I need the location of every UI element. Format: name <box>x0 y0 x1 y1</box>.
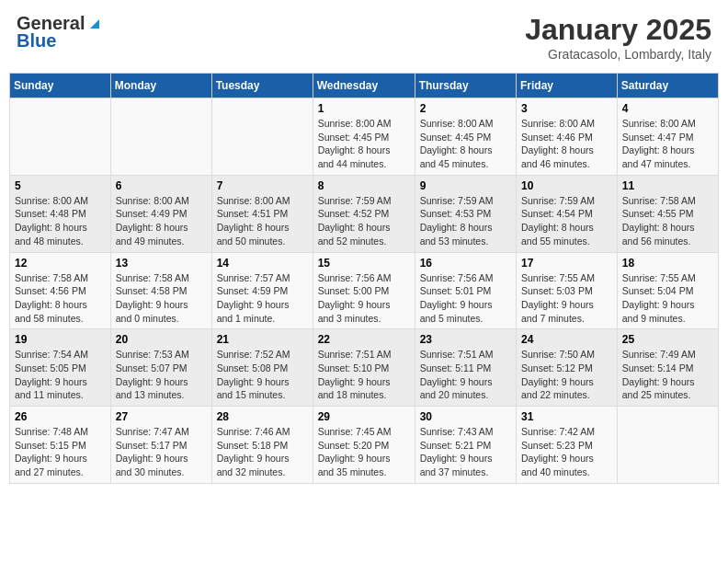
calendar-cell: 2Sunrise: 8:00 AM Sunset: 4:45 PM Daylig… <box>415 98 516 176</box>
weekday-header: Friday <box>517 74 618 98</box>
day-info: Sunrise: 8:00 AM Sunset: 4:46 PM Dayligh… <box>521 117 612 171</box>
day-info: Sunrise: 7:54 AM Sunset: 5:05 PM Dayligh… <box>15 348 106 402</box>
weekday-header: Monday <box>110 74 211 98</box>
day-info: Sunrise: 8:00 AM Sunset: 4:45 PM Dayligh… <box>318 117 410 171</box>
day-number: 15 <box>318 257 410 270</box>
calendar-cell: 28Sunrise: 7:46 AM Sunset: 5:18 PM Dayli… <box>211 407 313 484</box>
calendar-cell: 25Sunrise: 7:49 AM Sunset: 5:14 PM Dayli… <box>617 329 718 407</box>
day-info: Sunrise: 7:58 AM Sunset: 4:55 PM Dayligh… <box>622 194 713 248</box>
calendar-cell: 24Sunrise: 7:50 AM Sunset: 5:12 PM Dayli… <box>517 329 618 407</box>
calendar-cell: 26Sunrise: 7:48 AM Sunset: 5:15 PM Dayli… <box>10 407 111 484</box>
calendar-cell: 31Sunrise: 7:42 AM Sunset: 5:23 PM Dayli… <box>517 407 618 484</box>
day-number: 7 <box>217 179 308 192</box>
day-number: 20 <box>116 333 207 346</box>
day-number: 21 <box>217 333 308 346</box>
calendar-cell: 12Sunrise: 7:58 AM Sunset: 4:56 PM Dayli… <box>10 252 111 329</box>
day-info: Sunrise: 7:45 AM Sunset: 5:20 PM Dayligh… <box>318 425 410 479</box>
day-info: Sunrise: 8:00 AM Sunset: 4:48 PM Dayligh… <box>15 194 106 248</box>
calendar-cell: 13Sunrise: 7:58 AM Sunset: 4:58 PM Dayli… <box>110 252 211 329</box>
calendar-cell: 8Sunrise: 7:59 AM Sunset: 4:52 PM Daylig… <box>313 175 415 252</box>
day-info: Sunrise: 8:00 AM Sunset: 4:49 PM Dayligh… <box>116 194 207 248</box>
day-info: Sunrise: 7:47 AM Sunset: 5:17 PM Dayligh… <box>116 425 207 479</box>
day-number: 11 <box>622 179 713 192</box>
weekday-header: Wednesday <box>313 74 415 98</box>
calendar-week-row: 1Sunrise: 8:00 AM Sunset: 4:45 PM Daylig… <box>10 98 719 176</box>
day-info: Sunrise: 8:00 AM Sunset: 4:51 PM Dayligh… <box>217 194 308 248</box>
calendar-cell: 5Sunrise: 8:00 AM Sunset: 4:48 PM Daylig… <box>10 175 111 252</box>
day-number: 31 <box>521 410 612 423</box>
calendar-cell: 6Sunrise: 8:00 AM Sunset: 4:49 PM Daylig… <box>110 175 211 252</box>
day-number: 2 <box>420 102 511 115</box>
day-number: 23 <box>420 333 511 346</box>
calendar-cell: 16Sunrise: 7:56 AM Sunset: 5:01 PM Dayli… <box>415 252 516 329</box>
calendar-cell: 21Sunrise: 7:52 AM Sunset: 5:08 PM Dayli… <box>211 329 313 407</box>
day-info: Sunrise: 7:52 AM Sunset: 5:08 PM Dayligh… <box>217 348 308 402</box>
calendar-week-row: 19Sunrise: 7:54 AM Sunset: 5:05 PM Dayli… <box>10 329 719 407</box>
weekday-header: Tuesday <box>211 74 313 98</box>
location-subtitle: Gratacasolo, Lombardy, Italy <box>525 47 711 62</box>
svg-marker-0 <box>90 19 99 29</box>
calendar-cell: 20Sunrise: 7:53 AM Sunset: 5:07 PM Dayli… <box>110 329 211 407</box>
calendar-cell <box>211 98 313 176</box>
day-number: 29 <box>318 410 410 423</box>
calendar-cell: 9Sunrise: 7:59 AM Sunset: 4:53 PM Daylig… <box>415 175 516 252</box>
day-number: 24 <box>521 333 612 346</box>
weekday-header: Sunday <box>10 74 111 98</box>
logo-blue-text: Blue <box>17 30 56 52</box>
day-number: 9 <box>420 179 511 192</box>
calendar-cell: 7Sunrise: 8:00 AM Sunset: 4:51 PM Daylig… <box>211 175 313 252</box>
calendar-cell: 3Sunrise: 8:00 AM Sunset: 4:46 PM Daylig… <box>517 98 618 176</box>
day-info: Sunrise: 7:49 AM Sunset: 5:14 PM Dayligh… <box>622 348 713 402</box>
calendar-cell: 4Sunrise: 8:00 AM Sunset: 4:47 PM Daylig… <box>617 98 718 176</box>
day-info: Sunrise: 7:50 AM Sunset: 5:12 PM Dayligh… <box>521 348 612 402</box>
calendar-cell: 19Sunrise: 7:54 AM Sunset: 5:05 PM Dayli… <box>10 329 111 407</box>
title-block: January 2025 Gratacasolo, Lombardy, Ital… <box>525 13 711 62</box>
weekday-header-row: SundayMondayTuesdayWednesdayThursdayFrid… <box>10 74 719 98</box>
day-number: 26 <box>15 410 106 423</box>
calendar-cell: 27Sunrise: 7:47 AM Sunset: 5:17 PM Dayli… <box>110 407 211 484</box>
day-number: 5 <box>15 179 106 192</box>
day-number: 12 <box>15 257 106 270</box>
calendar-cell: 15Sunrise: 7:56 AM Sunset: 5:00 PM Dayli… <box>313 252 415 329</box>
calendar-cell <box>617 407 718 484</box>
day-info: Sunrise: 7:51 AM Sunset: 5:11 PM Dayligh… <box>420 348 511 402</box>
day-number: 10 <box>521 179 612 192</box>
day-number: 25 <box>622 333 713 346</box>
day-info: Sunrise: 7:48 AM Sunset: 5:15 PM Dayligh… <box>15 425 106 479</box>
day-number: 28 <box>217 410 308 423</box>
calendar-week-row: 5Sunrise: 8:00 AM Sunset: 4:48 PM Daylig… <box>10 175 719 252</box>
day-info: Sunrise: 7:56 AM Sunset: 5:00 PM Dayligh… <box>318 271 410 326</box>
day-number: 3 <box>521 102 612 115</box>
day-info: Sunrise: 7:59 AM Sunset: 4:52 PM Dayligh… <box>318 194 410 248</box>
day-number: 17 <box>521 257 612 270</box>
day-info: Sunrise: 7:56 AM Sunset: 5:01 PM Dayligh… <box>420 271 511 326</box>
day-number: 27 <box>116 410 207 423</box>
calendar-table: SundayMondayTuesdayWednesdayThursdayFrid… <box>9 73 719 484</box>
calendar-week-row: 12Sunrise: 7:58 AM Sunset: 4:56 PM Dayli… <box>10 252 719 329</box>
day-info: Sunrise: 7:42 AM Sunset: 5:23 PM Dayligh… <box>521 425 612 479</box>
day-number: 4 <box>622 102 713 115</box>
day-number: 8 <box>318 179 410 192</box>
weekday-header: Thursday <box>415 74 516 98</box>
day-info: Sunrise: 7:59 AM Sunset: 4:53 PM Dayligh… <box>420 194 511 248</box>
day-number: 6 <box>116 179 207 192</box>
logo-arrow-icon <box>86 16 103 32</box>
day-number: 19 <box>15 333 106 346</box>
calendar-cell: 17Sunrise: 7:55 AM Sunset: 5:03 PM Dayli… <box>517 252 618 329</box>
month-title: January 2025 <box>525 13 711 47</box>
day-info: Sunrise: 7:46 AM Sunset: 5:18 PM Dayligh… <box>217 425 308 479</box>
day-info: Sunrise: 7:43 AM Sunset: 5:21 PM Dayligh… <box>420 425 511 479</box>
calendar-cell: 1Sunrise: 8:00 AM Sunset: 4:45 PM Daylig… <box>313 98 415 176</box>
calendar-cell: 18Sunrise: 7:55 AM Sunset: 5:04 PM Dayli… <box>617 252 718 329</box>
weekday-header: Saturday <box>617 74 718 98</box>
day-info: Sunrise: 7:59 AM Sunset: 4:54 PM Dayligh… <box>521 194 612 248</box>
logo: General Blue <box>17 13 103 52</box>
day-info: Sunrise: 8:00 AM Sunset: 4:45 PM Dayligh… <box>420 117 511 171</box>
day-info: Sunrise: 7:55 AM Sunset: 5:03 PM Dayligh… <box>521 271 612 326</box>
day-number: 30 <box>420 410 511 423</box>
page-header: General Blue January 2025 Gratacasolo, L… <box>9 9 719 65</box>
day-info: Sunrise: 7:57 AM Sunset: 4:59 PM Dayligh… <box>217 271 308 326</box>
calendar-cell <box>10 98 111 176</box>
calendar-cell: 30Sunrise: 7:43 AM Sunset: 5:21 PM Dayli… <box>415 407 516 484</box>
day-number: 18 <box>622 257 713 270</box>
